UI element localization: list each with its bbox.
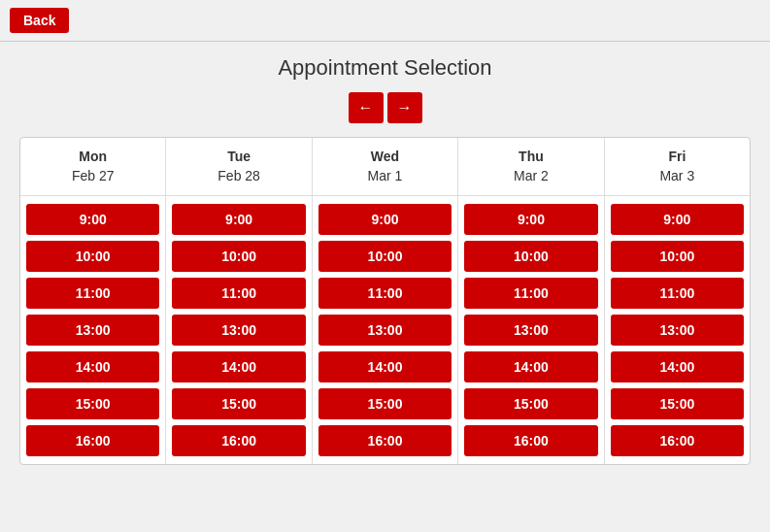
day-column-mon: MonFeb 279:0010:0011:0013:0014:0015:0016… — [20, 138, 166, 464]
time-btn-mon-900[interactable]: 9:00 — [26, 204, 159, 235]
day-header-wed: WedMar 1 — [313, 138, 457, 196]
day-header-mon: MonFeb 27 — [20, 138, 165, 196]
time-btn-tue-1000[interactable]: 10:00 — [172, 241, 305, 272]
time-btn-tue-1100[interactable]: 11:00 — [172, 278, 305, 309]
time-slots-fri: 9:0010:0011:0013:0014:0015:0016:00 — [605, 196, 750, 464]
time-btn-mon-1100[interactable]: 11:00 — [26, 278, 159, 309]
time-slots-thu: 9:0010:0011:0013:0014:0015:0016:00 — [458, 196, 603, 464]
time-btn-fri-1600[interactable]: 16:00 — [611, 425, 744, 456]
time-btn-mon-1400[interactable]: 14:00 — [26, 351, 159, 382]
time-btn-mon-1600[interactable]: 16:00 — [26, 425, 159, 456]
day-column-wed: WedMar 19:0010:0011:0013:0014:0015:0016:… — [313, 138, 458, 464]
time-btn-tue-1400[interactable]: 14:00 — [172, 351, 305, 382]
time-slots-mon: 9:0010:0011:0013:0014:0015:0016:00 — [20, 196, 165, 464]
top-bar: Back — [0, 0, 770, 42]
day-column-fri: FriMar 39:0010:0011:0013:0014:0015:0016:… — [605, 138, 750, 464]
time-btn-mon-1500[interactable]: 15:00 — [26, 388, 159, 419]
time-btn-fri-1300[interactable]: 13:00 — [611, 315, 744, 346]
time-btn-thu-1600[interactable]: 16:00 — [464, 425, 597, 456]
time-btn-tue-1500[interactable]: 15:00 — [172, 388, 305, 419]
time-btn-thu-1400[interactable]: 14:00 — [464, 351, 597, 382]
time-btn-thu-900[interactable]: 9:00 — [464, 204, 597, 235]
time-btn-wed-1100[interactable]: 11:00 — [318, 278, 452, 309]
time-slots-tue: 9:0010:0011:0013:0014:0015:0016:00 — [166, 196, 311, 464]
time-btn-tue-900[interactable]: 9:00 — [172, 204, 305, 235]
calendar-grid: MonFeb 279:0010:0011:0013:0014:0015:0016… — [19, 137, 751, 465]
time-btn-wed-1400[interactable]: 14:00 — [318, 351, 452, 382]
time-btn-thu-1500[interactable]: 15:00 — [464, 388, 597, 419]
time-btn-mon-1300[interactable]: 13:00 — [26, 315, 159, 346]
time-btn-thu-1300[interactable]: 13:00 — [464, 315, 597, 346]
time-btn-fri-900[interactable]: 9:00 — [611, 204, 744, 235]
time-btn-fri-1100[interactable]: 11:00 — [611, 278, 744, 309]
time-btn-tue-1300[interactable]: 13:00 — [172, 315, 305, 346]
nav-arrows: ← → — [349, 92, 422, 123]
time-btn-wed-1300[interactable]: 13:00 — [318, 315, 452, 346]
time-btn-wed-900[interactable]: 9:00 — [318, 204, 452, 235]
day-column-thu: ThuMar 29:0010:0011:0013:0014:0015:0016:… — [458, 138, 604, 464]
page-title: Appointment Selection — [278, 55, 491, 81]
day-header-thu: ThuMar 2 — [458, 138, 603, 196]
time-btn-thu-1000[interactable]: 10:00 — [464, 241, 597, 272]
day-header-tue: TueFeb 28 — [166, 138, 311, 196]
time-slots-wed: 9:0010:0011:0013:0014:0015:0016:00 — [313, 196, 457, 464]
next-week-button[interactable]: → — [387, 92, 422, 123]
main-content: Appointment Selection ← → MonFeb 279:001… — [0, 42, 770, 532]
time-btn-wed-1600[interactable]: 16:00 — [318, 425, 452, 456]
time-btn-mon-1000[interactable]: 10:00 — [26, 241, 159, 272]
time-btn-thu-1100[interactable]: 11:00 — [464, 278, 597, 309]
time-btn-fri-1000[interactable]: 10:00 — [611, 241, 744, 272]
time-btn-tue-1600[interactable]: 16:00 — [172, 425, 305, 456]
time-btn-wed-1500[interactable]: 15:00 — [318, 388, 452, 419]
time-btn-fri-1500[interactable]: 15:00 — [611, 388, 744, 419]
prev-week-button[interactable]: ← — [349, 92, 384, 123]
day-column-tue: TueFeb 289:0010:0011:0013:0014:0015:0016… — [166, 138, 312, 464]
back-button[interactable]: Back — [10, 8, 69, 33]
time-btn-wed-1000[interactable]: 10:00 — [318, 241, 452, 272]
time-btn-fri-1400[interactable]: 14:00 — [611, 351, 744, 382]
day-header-fri: FriMar 3 — [605, 138, 750, 196]
